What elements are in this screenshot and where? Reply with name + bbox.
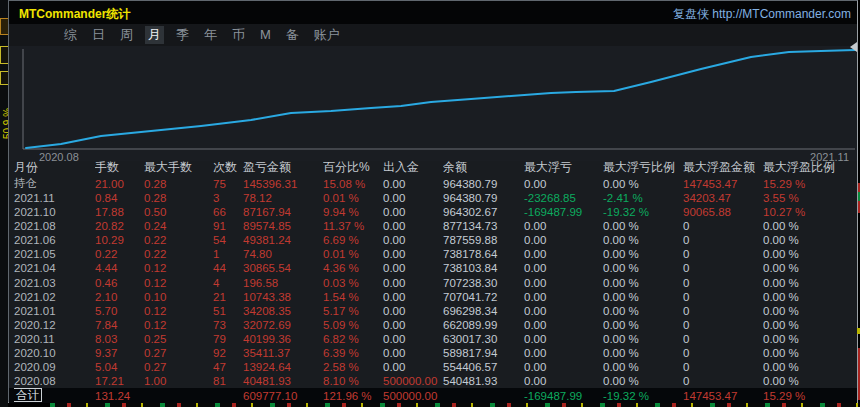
table-cell: 3.55 % bbox=[763, 192, 857, 204]
table-cell: 540481.93 bbox=[443, 375, 524, 387]
table-cell: 0.46 bbox=[95, 277, 144, 289]
table-cell: -23268.85 bbox=[524, 192, 603, 204]
table-cell: 0.22 bbox=[144, 234, 213, 246]
table-cell: 0.01 % bbox=[323, 248, 383, 260]
menu-item-综[interactable]: 综 bbox=[61, 26, 80, 44]
table-header-row: 月份手数最大手数次数盈亏金额百分比%出入金余额最大浮亏最大浮亏比例最大浮盈金额最… bbox=[9, 159, 857, 176]
table-row[interactable]: 2021.022.100.102110743.381.54 %0.0070704… bbox=[9, 290, 857, 304]
table-cell: 35411.37 bbox=[243, 347, 323, 359]
table-cell: 0.00 % bbox=[603, 375, 683, 387]
menu-item-币[interactable]: 币 bbox=[229, 26, 248, 44]
table-cell: 6.82 % bbox=[323, 333, 383, 345]
table-cell: 0.00 % bbox=[603, 361, 683, 373]
table-row[interactable]: 2021.044.440.124430865.544.36 %0.0073810… bbox=[9, 261, 857, 275]
menu-item-账户[interactable]: 账户 bbox=[311, 26, 343, 44]
table-cell: 32072.69 bbox=[243, 319, 323, 331]
table-cell: 4 bbox=[213, 277, 243, 289]
table-cell: 877134.73 bbox=[443, 220, 524, 232]
table-row[interactable]: 2021.110.840.28378.120.01 %0.00964380.79… bbox=[9, 191, 857, 205]
table-cell: 147453.47 bbox=[683, 390, 763, 402]
table-cell: 0.00 bbox=[524, 277, 603, 289]
table-cell: 2021.05 bbox=[14, 248, 95, 260]
table-cell: 0 bbox=[683, 220, 763, 232]
table-row[interactable]: 2021.030.460.124196.580.03 %0.00707238.3… bbox=[9, 275, 857, 289]
table-cell: 0.12 bbox=[144, 262, 213, 274]
table-cell: 81 bbox=[213, 375, 243, 387]
table-cell: 0 bbox=[683, 361, 763, 373]
table-cell: 2021.03 bbox=[14, 277, 95, 289]
table-cell: 0.00 bbox=[524, 333, 603, 345]
table-row[interactable]: 持仓21.000.2875145396.3115.08 %0.00964380.… bbox=[9, 176, 857, 191]
table-row[interactable]: 2020.0817.211.008140481.938.10 %500000.0… bbox=[9, 374, 857, 388]
table-cell: 5.04 bbox=[95, 361, 144, 373]
table-cell: 5.09 % bbox=[323, 319, 383, 331]
table-row[interactable]: 2021.0610.290.225449381.246.69 %0.007875… bbox=[9, 233, 857, 247]
table-row[interactable]: 2020.109.370.279235411.376.39 %0.0058981… bbox=[9, 346, 857, 360]
table-cell: 2021.02 bbox=[14, 291, 95, 303]
table-cell: 8.03 bbox=[95, 333, 144, 345]
monthly-stats-table: 月份手数最大手数次数盈亏金额百分比%出入金余额最大浮亏最大浮亏比例最大浮盈金额最… bbox=[9, 159, 857, 403]
table-cell: 0.50 bbox=[144, 206, 213, 218]
menu-item-年[interactable]: 年 bbox=[201, 26, 220, 44]
table-cell: 0.00 % bbox=[763, 248, 857, 260]
table-row[interactable]: 2020.095.040.274713924.642.58 %0.0055440… bbox=[9, 360, 857, 374]
equity-curve-line bbox=[26, 50, 855, 148]
table-cell: 87167.94 bbox=[243, 206, 323, 218]
table-cell: 0.00 bbox=[524, 361, 603, 373]
table-cell: 2021.08 bbox=[14, 220, 95, 232]
table-cell: 0.00 % bbox=[763, 234, 857, 246]
table-cell: 0.28 bbox=[144, 178, 213, 190]
table-cell: 79 bbox=[213, 333, 243, 345]
menu-item-周[interactable]: 周 bbox=[117, 26, 136, 44]
table-cell: 0.12 bbox=[144, 319, 213, 331]
table-cell: 964380.79 bbox=[443, 192, 524, 204]
table-cell: 1.54 % bbox=[323, 291, 383, 303]
table-cell: 500000.00 bbox=[383, 390, 443, 402]
statistics-window: MTCommander统计 复盘侠 http://MTCommander.com… bbox=[8, 0, 858, 403]
table-cell: -19.32 % bbox=[603, 390, 683, 402]
table-cell: 0.00 % bbox=[603, 347, 683, 359]
table-cell: 7.84 bbox=[95, 319, 144, 331]
table-cell: 0.00 bbox=[524, 319, 603, 331]
balance-chart: 2020.08 2021.11 bbox=[9, 46, 857, 161]
column-header: 次数 bbox=[213, 159, 243, 176]
column-header: 盈亏金额 bbox=[243, 159, 323, 176]
table-cell: 0.00 % bbox=[603, 220, 683, 232]
brand-link[interactable]: 复盘侠 http://MTCommander.com bbox=[673, 6, 851, 23]
table-cell: 554406.57 bbox=[443, 361, 524, 373]
table-cell: 0.00 bbox=[383, 178, 443, 190]
menu-item-备[interactable]: 备 bbox=[283, 26, 302, 44]
column-header: 最大浮盈比例 bbox=[763, 159, 857, 176]
table-cell: 0.00 bbox=[524, 262, 603, 274]
table-cell: 92 bbox=[213, 347, 243, 359]
table-cell: 0.00 bbox=[383, 262, 443, 274]
table-row[interactable]: 2021.015.700.125134208.355.17 %0.0069629… bbox=[9, 304, 857, 318]
table-cell: 0.00 bbox=[524, 305, 603, 317]
table-cell: 4.44 bbox=[95, 262, 144, 274]
table-row[interactable]: 2021.1017.880.506687167.949.94 %0.009643… bbox=[9, 205, 857, 219]
table-row[interactable]: 2020.118.030.257940199.366.82 %0.0063001… bbox=[9, 332, 857, 346]
table-cell: 9.94 % bbox=[323, 206, 383, 218]
menu-item-月[interactable]: 月 bbox=[145, 26, 164, 44]
table-cell: 662089.99 bbox=[443, 319, 524, 331]
table-cell: 75 bbox=[213, 178, 243, 190]
table-cell: 2020.12 bbox=[14, 319, 95, 331]
table-cell: 4.36 % bbox=[323, 262, 383, 274]
table-cell: 11.37 % bbox=[323, 220, 383, 232]
table-cell: 0.00 % bbox=[603, 178, 683, 190]
table-cell: 0.00 bbox=[524, 347, 603, 359]
menu-item-日[interactable]: 日 bbox=[89, 26, 108, 44]
table-row[interactable]: 2021.050.220.22174.800.01 %0.00738178.64… bbox=[9, 247, 857, 261]
table-cell: 17.21 bbox=[95, 375, 144, 387]
table-cell: 0.00 % bbox=[763, 220, 857, 232]
table-cell: 147453.47 bbox=[683, 178, 763, 190]
table-cell: 90065.88 bbox=[683, 206, 763, 218]
background-window-strip: 50.9 % bbox=[0, 0, 8, 407]
menu-item-M[interactable]: M bbox=[257, 26, 274, 44]
table-cell: -169487.99 bbox=[524, 206, 603, 218]
menu-item-季[interactable]: 季 bbox=[173, 26, 192, 44]
table-row[interactable]: 2021.0820.820.249189574.8511.37 %0.00877… bbox=[9, 219, 857, 233]
table-row[interactable]: 2020.127.840.127332072.695.09 %0.0066208… bbox=[9, 318, 857, 332]
table-cell: 0 bbox=[683, 234, 763, 246]
table-total-row[interactable]: 合计131.24609777.10121.96 %500000.00-16948… bbox=[9, 388, 857, 403]
